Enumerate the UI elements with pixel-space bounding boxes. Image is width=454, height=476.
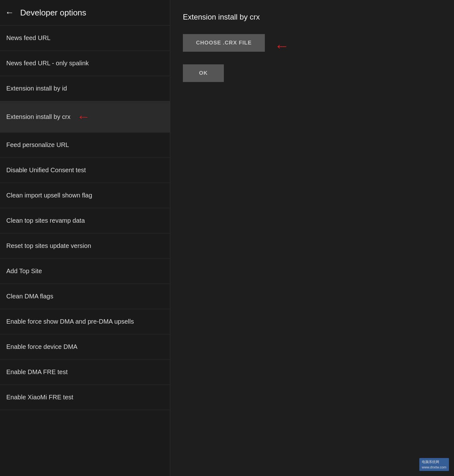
menu-item-reset-top-sites-update-version[interactable]: Reset top sites update version <box>0 233 170 259</box>
arrow-left-icon: ← <box>77 110 90 123</box>
right-panel-title: Extension install by crx <box>183 13 441 21</box>
menu-item-label: Add Top Site <box>6 267 42 275</box>
menu-item-label: Enable force device DMA <box>6 343 78 350</box>
arrow-right-icon: ← <box>274 38 289 54</box>
page-title: Developer options <box>20 8 86 18</box>
menu-item-clean-top-sites-revamp-data[interactable]: Clean top sites revamp data <box>0 208 170 233</box>
left-panel: ← Developer options News feed URLNews fe… <box>0 0 170 476</box>
menu-item-disable-unified-consent-test[interactable]: Disable Unified Consent test <box>0 158 170 183</box>
header: ← Developer options <box>0 0 170 25</box>
menu-item-add-top-site[interactable]: Add Top Site <box>0 259 170 284</box>
menu-item-label: Enable DMA FRE test <box>6 368 68 376</box>
menu-item-feed-personalize-url[interactable]: Feed personalize URL <box>0 132 170 158</box>
menu-item-label: Extension install by id <box>6 85 67 92</box>
menu-item-news-feed-url[interactable]: News feed URL <box>0 26 170 51</box>
watermark: 电脑系统网 www.dnxtw.com <box>419 458 449 471</box>
menu-item-label: Clean DMA flags <box>6 293 53 300</box>
menu-item-clean-dma-flags[interactable]: Clean DMA flags <box>0 284 170 309</box>
menu-item-enable-xiaomi-fre-test[interactable]: Enable XiaoMi FRE test <box>0 385 170 410</box>
choose-crx-row: CHOOSE .CRX FILE ← <box>183 34 441 58</box>
menu-item-label: News feed URL - only spalink <box>6 60 89 67</box>
menu-item-label: Extension install by crx <box>6 113 70 120</box>
menu-item-label: Reset top sites update version <box>6 242 91 250</box>
menu-item-label: Feed personalize URL <box>6 141 69 149</box>
menu-item-label: Enable XiaoMi FRE test <box>6 394 73 401</box>
menu-item-label: Clean import upsell shown flag <box>6 192 92 199</box>
back-button[interactable]: ← <box>5 8 14 18</box>
menu-item-label: Disable Unified Consent test <box>6 167 86 174</box>
menu-item-extension-install-by-id[interactable]: Extension install by id <box>0 76 170 101</box>
right-panel: Extension install by crx CHOOSE .CRX FIL… <box>170 0 454 476</box>
menu-item-label: Clean top sites revamp data <box>6 217 85 224</box>
ok-row: OK <box>183 64 441 82</box>
menu-item-enable-dma-fre-test[interactable]: Enable DMA FRE test <box>0 360 170 385</box>
menu-item-label: Enable force show DMA and pre-DMA upsell… <box>6 318 134 325</box>
menu-item-label: News feed URL <box>6 34 50 42</box>
menu-item-enable-force-show-dma[interactable]: Enable force show DMA and pre-DMA upsell… <box>0 309 170 334</box>
menu-list: News feed URLNews feed URL - only spalin… <box>0 26 170 476</box>
ok-button[interactable]: OK <box>183 64 224 82</box>
menu-item-extension-install-by-crx[interactable]: Extension install by crx← <box>0 101 170 132</box>
menu-item-enable-force-device-dma[interactable]: Enable force device DMA <box>0 334 170 360</box>
menu-item-news-feed-url-spalink[interactable]: News feed URL - only spalink <box>0 51 170 76</box>
choose-crx-button[interactable]: CHOOSE .CRX FILE <box>183 34 265 52</box>
menu-item-clean-import-upsell-shown-flag[interactable]: Clean import upsell shown flag <box>0 183 170 208</box>
